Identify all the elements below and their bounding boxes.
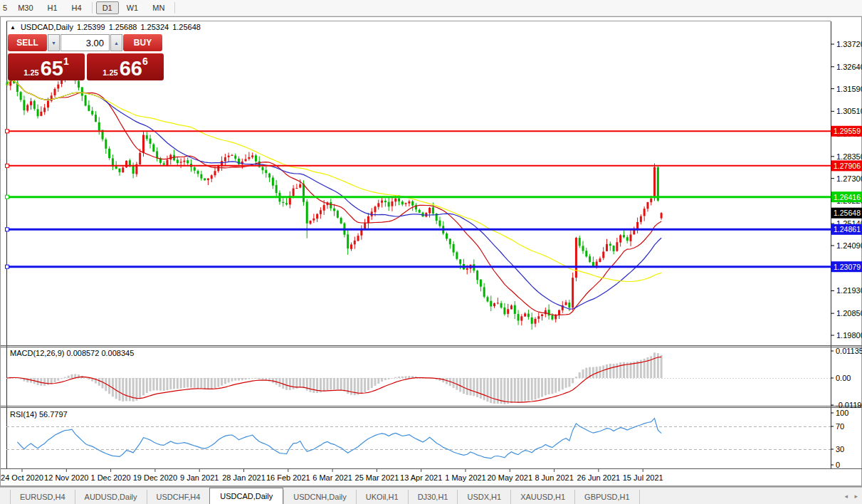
- date-label: 24 Oct 2020: [1, 473, 43, 482]
- chart-window: 1.337201.326401.315901.305101.294301.283…: [0, 16, 862, 487]
- svg-text:100: 100: [836, 409, 848, 417]
- timeframe-button-h4[interactable]: H4: [65, 1, 88, 14]
- svg-text:1.31590: 1.31590: [836, 85, 862, 93]
- macd-panel: [6, 352, 831, 404]
- svg-text:70: 70: [836, 422, 844, 431]
- level-handle-icon[interactable]: [6, 130, 9, 133]
- rsi-indicator-label: RSI(14) 56.7797: [10, 410, 68, 419]
- timeframe-button-mn[interactable]: MN: [146, 1, 171, 14]
- date-label: 12 Nov 2020: [44, 473, 88, 482]
- svg-text:1.29559: 1.29559: [834, 127, 861, 135]
- svg-text:1.24861: 1.24861: [834, 225, 861, 233]
- timeframe-button-5[interactable]: 5: [1, 1, 10, 14]
- level-handle-icon[interactable]: [6, 195, 9, 199]
- volume-input[interactable]: 3.00: [61, 34, 110, 51]
- chart-tab-usdcnh-daily[interactable]: USDCNH,Daily: [283, 490, 356, 504]
- timeframe-button-m30[interactable]: M30: [11, 1, 39, 14]
- ma-line-slow: [7, 80, 661, 281]
- chart-canvas[interactable]: 1.337201.326401.315901.305101.294301.283…: [1, 17, 862, 488]
- date-label: 19 Dec 2020: [133, 473, 177, 482]
- ma-line-medium: [7, 80, 661, 309]
- chart-tab-usdx-h1[interactable]: USDX,H1: [457, 490, 510, 504]
- svg-text:30: 30: [836, 445, 844, 453]
- chart-tab-dj30-h1[interactable]: DJ30,H1: [408, 490, 458, 504]
- chart-tab-audusd-daily[interactable]: AUDUSD,Daily: [75, 490, 147, 504]
- svg-text:1.33720: 1.33720: [836, 40, 862, 48]
- sell-price-big: 65: [41, 59, 63, 78]
- volume-increase-icon[interactable]: ▲: [110, 34, 122, 51]
- date-label: 6 Mar 2021: [312, 473, 352, 482]
- chart-tab-ukoil-h1[interactable]: UKOil,H1: [356, 490, 408, 504]
- tab-scroll-left-icon[interactable]: ◂: [844, 493, 848, 500]
- svg-text:1.20850: 1.20850: [836, 309, 862, 317]
- svg-text:0.00: 0.00: [836, 374, 851, 382]
- ohlc-high: 1.25688: [109, 23, 137, 31]
- svg-text:1.27300: 1.27300: [836, 174, 862, 183]
- symbol-tabbar: EURUSD,H4AUDUSD,DailyUSDCHF,H4USDCAD,Dai…: [0, 487, 862, 504]
- timeframe-toolbar: 5M30H1H4D1W1MN: [0, 0, 862, 16]
- timeframe-button-w1[interactable]: W1: [120, 1, 145, 14]
- price-axis: 1.337201.326401.315901.305101.294301.283…: [831, 40, 862, 469]
- date-axis: 24 Oct 202012 Nov 20201 Dec 202019 Dec 2…: [1, 469, 663, 482]
- collapse-chart-icon[interactable]: ▲: [10, 24, 16, 31]
- sell-button[interactable]: SELL: [8, 34, 47, 51]
- rsi-line: [17, 419, 661, 458]
- tab-scroll-arrows: ◂ ▸: [839, 493, 858, 500]
- svg-text:1.24090: 1.24090: [836, 241, 862, 250]
- chart-tab-xauusd-h1[interactable]: XAUUSD,H1: [510, 490, 574, 504]
- chart-tab-gbpusd-h1[interactable]: GBPUSD,H1: [574, 490, 640, 504]
- sell-price-prefix: 1.25: [23, 67, 38, 79]
- svg-text:1.28350: 1.28350: [836, 152, 862, 161]
- timeframe-button-h1[interactable]: H1: [41, 1, 64, 14]
- level-handle-icon[interactable]: [6, 265, 9, 268]
- chart-symbol-label: USDCAD,Daily: [21, 23, 73, 31]
- date-label: 15 Jul 2021: [623, 473, 663, 482]
- tab-scroll-right-icon[interactable]: ▸: [854, 493, 858, 500]
- chart-title: ▲ USDCAD,Daily 1.25399 1.25688 1.25324 1…: [10, 23, 201, 31]
- chart-tab-eurusd-h4[interactable]: EURUSD,H4: [10, 490, 75, 504]
- svg-text:1.32640: 1.32640: [836, 63, 862, 71]
- date-label: 28 Jan 2021: [222, 473, 266, 482]
- one-click-trade-panel: SELL ▼ 3.00 ▲ BUY 1.25 65 1 1.25 66 6: [8, 34, 164, 80]
- svg-text:1.27906: 1.27906: [834, 162, 861, 170]
- date-label: 26 Jun 2021: [577, 473, 621, 482]
- date-label: 1 May 2021: [445, 473, 485, 482]
- date-label: 9 Jan 2021: [180, 473, 219, 482]
- date-label: 13 Apr 2021: [400, 473, 442, 482]
- panel-splitters: [1, 346, 862, 486]
- volume-decrease-icon[interactable]: ▼: [48, 34, 60, 51]
- toolbar-separator: [92, 2, 93, 14]
- buy-price[interactable]: 1.25 66 6: [87, 53, 164, 80]
- horizontal-levels: [6, 130, 831, 268]
- svg-text:1.19800: 1.19800: [836, 331, 862, 340]
- svg-text:1.30510: 1.30510: [836, 107, 862, 115]
- date-label: 20 May 2021: [487, 473, 532, 482]
- rsi-panel: [6, 419, 831, 458]
- ohlc-open: 1.25399: [77, 23, 105, 31]
- buy-price-prefix: 1.25: [103, 67, 117, 79]
- level-handle-icon[interactable]: [6, 228, 9, 231]
- plot-frame: [6, 21, 831, 469]
- buy-button[interactable]: BUY: [123, 34, 162, 51]
- svg-text:0.01135: 0.01135: [836, 347, 862, 355]
- toolbar-separator: [174, 2, 175, 14]
- chart-tab-usdchf-h4[interactable]: USDCHF,H4: [147, 490, 210, 504]
- date-label: 8 Jun 2021: [535, 473, 573, 482]
- date-label: 25 Mar 2021: [355, 473, 399, 482]
- svg-text:0: 0: [836, 461, 840, 469]
- svg-text:1.23079: 1.23079: [834, 263, 861, 271]
- svg-text:1.25648: 1.25648: [834, 209, 861, 217]
- macd-indicator-label: MACD(12,26,9) 0.008572 0.008345: [10, 349, 134, 357]
- ohlc-close: 1.25648: [172, 23, 201, 31]
- date-label: 1 Dec 2020: [90, 473, 130, 482]
- ohlc-low: 1.25324: [140, 23, 169, 31]
- timeframe-button-d1[interactable]: D1: [96, 1, 119, 14]
- sell-price[interactable]: 1.25 65 1: [8, 53, 85, 80]
- candles: [6, 70, 663, 330]
- date-label: 16 Feb 2021: [266, 473, 310, 482]
- buy-price-sup: 6: [142, 56, 148, 67]
- buy-price-big: 66: [120, 59, 142, 78]
- level-handle-icon[interactable]: [6, 164, 9, 167]
- chart-tab-usdcad-daily[interactable]: USDCAD,Daily: [209, 488, 283, 504]
- svg-text:1.21930: 1.21930: [836, 286, 862, 295]
